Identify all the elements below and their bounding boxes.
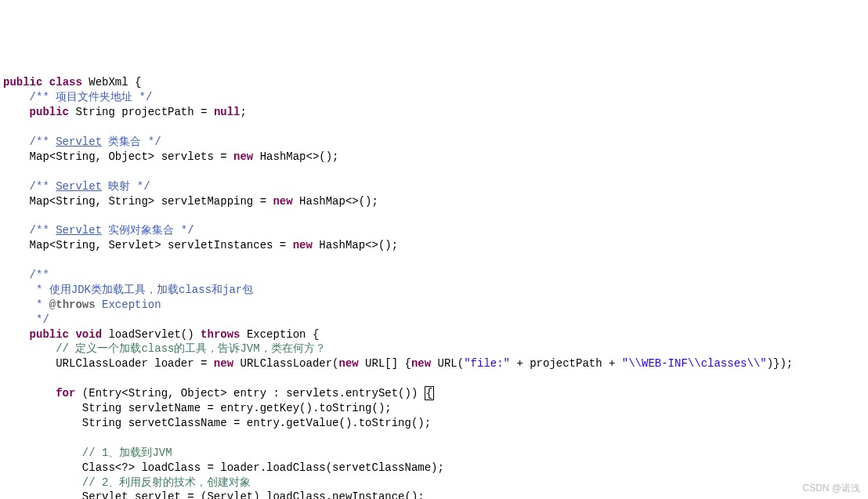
- javadoc-throws: @throws: [49, 298, 96, 311]
- string-literal: "\\WEB-INF\\classes\\": [622, 357, 767, 370]
- keyword-class: class: [49, 76, 82, 89]
- javadoc-link: Servlet: [56, 224, 102, 237]
- line-26: // 1、加载到JVM: [3, 447, 172, 459]
- watermark: CSDN @诺浅: [802, 482, 860, 494]
- comment: * 使用JDK类加载工具，加载class和jar包: [30, 284, 254, 296]
- code-text: HashMap<>();: [293, 195, 378, 208]
- code-text: Map<String, String> servletMapping =: [30, 195, 273, 208]
- code-text: String servetClassName = entry.getValue(…: [82, 417, 431, 429]
- line-25: [3, 432, 9, 444]
- line-20: URLClassLoader loader = new URLClassLoad…: [3, 357, 793, 370]
- line-3: public String projectPath = null;: [3, 106, 247, 118]
- line-2: /** 项目文件夹地址 */: [3, 91, 152, 103]
- code-text: URL[] {: [359, 357, 411, 370]
- comment: Exception: [96, 298, 161, 311]
- line-11: /** Servlet 实例对象集合 */: [3, 224, 194, 237]
- comment: /**: [30, 269, 49, 281]
- line-7: [3, 165, 9, 178]
- comment: /** 项目文件夹地址 */: [30, 91, 153, 103]
- code-text: URL(: [431, 357, 464, 370]
- line-13: [3, 254, 9, 266]
- line-9: Map<String, String> servletMapping = new…: [3, 195, 378, 208]
- line-19: // 定义一个加载class的工具，告诉JVM，类在何方？: [3, 342, 326, 355]
- code-text: Exception {: [241, 328, 320, 341]
- line-28: // 2、利用反射的技术，创建对象: [3, 476, 251, 489]
- line-12: Map<String, Servlet> servletInstances = …: [3, 239, 398, 251]
- line-5: /** Servlet 类集合 */: [3, 136, 161, 148]
- code-text: URLClassLoader loader =: [56, 357, 214, 370]
- comment: */: [30, 313, 49, 326]
- keyword-new: new: [339, 357, 359, 370]
- code-text: + projectPath +: [510, 357, 622, 370]
- keyword-new: new: [233, 150, 253, 163]
- line-17: */: [3, 313, 49, 326]
- line-4: [3, 121, 9, 133]
- line-14: /**: [3, 269, 49, 281]
- line-16: * @throws Exception: [3, 298, 161, 311]
- comment: 实例对象集合 */: [102, 224, 194, 237]
- code-text: String projectPath =: [69, 106, 214, 118]
- javadoc-link: Servlet: [56, 180, 102, 193]
- code-text: Servlet servlet = (Servlet) loadClass.ne…: [82, 490, 425, 499]
- method-name: loadServlet(): [102, 328, 201, 341]
- comment: /**: [30, 136, 56, 148]
- comment: // 1、加载到JVM: [82, 447, 172, 459]
- string-literal: "file:": [464, 357, 510, 370]
- line-21: [3, 372, 9, 385]
- comment: // 定义一个加载class的工具，告诉JVM，类在何方？: [56, 342, 325, 355]
- semicolon: ;: [240, 106, 246, 118]
- class-name: WebXml: [89, 76, 128, 89]
- line-23: String servletName = entry.getKey().toSt…: [3, 402, 392, 414]
- brace: {: [135, 76, 141, 89]
- line-27: Class<?> loadClass = loader.loadClass(se…: [3, 461, 444, 474]
- comment: /**: [30, 224, 56, 237]
- javadoc-link: Servlet: [56, 136, 102, 148]
- keyword-new: new: [273, 195, 292, 208]
- cursor-bracket: {: [425, 386, 434, 400]
- code-text: Map<String, Object> servlets =: [30, 150, 233, 163]
- line-18: public void loadServlet() throws Excepti…: [3, 328, 319, 341]
- line-1: public class WebXml {: [3, 76, 141, 89]
- code-text: HashMap<>();: [313, 239, 398, 251]
- keyword-public: public: [30, 106, 69, 118]
- line-22: for (Entry<String, Object> entry : servl…: [3, 386, 434, 400]
- code-text: HashMap<>();: [253, 150, 338, 163]
- comment: // 2、利用反射的技术，创建对象: [82, 476, 251, 489]
- keyword-public: public: [3, 76, 42, 89]
- keyword-public: public: [30, 328, 69, 341]
- code-text: )});: [767, 357, 794, 370]
- line-24: String servetClassName = entry.getValue(…: [3, 417, 431, 429]
- line-15: * 使用JDK类加载工具，加载class和jar包: [3, 284, 253, 296]
- keyword-throws: throws: [201, 328, 240, 341]
- line-10: [3, 209, 9, 222]
- code-text: (Entry<String, Object> entry : servlets.…: [75, 387, 424, 400]
- keyword-void: void: [75, 328, 102, 341]
- comment: *: [30, 298, 49, 311]
- keyword-new: new: [293, 239, 313, 251]
- code-text: URLClassLoader(: [233, 357, 338, 370]
- code-text: Class<?> loadClass = loader.loadClass(se…: [82, 461, 444, 474]
- comment: 映射 */: [102, 180, 150, 193]
- line-29: Servlet servlet = (Servlet) loadClass.ne…: [3, 490, 425, 499]
- line-6: Map<String, Object> servlets = new HashM…: [3, 150, 339, 163]
- keyword-new: new: [411, 357, 431, 370]
- keyword-for: for: [56, 387, 75, 400]
- keyword-new: new: [214, 357, 233, 370]
- keyword-null: null: [214, 106, 241, 118]
- code-text: String servletName = entry.getKey().toSt…: [82, 402, 392, 414]
- comment: 类集合 */: [102, 136, 161, 148]
- comment: /**: [30, 180, 56, 193]
- code-editor[interactable]: public class WebXml { /** 项目文件夹地址 */ pub…: [3, 61, 865, 499]
- line-8: /** Servlet 映射 */: [3, 180, 150, 193]
- code-text: Map<String, Servlet> servletInstances =: [30, 239, 293, 251]
